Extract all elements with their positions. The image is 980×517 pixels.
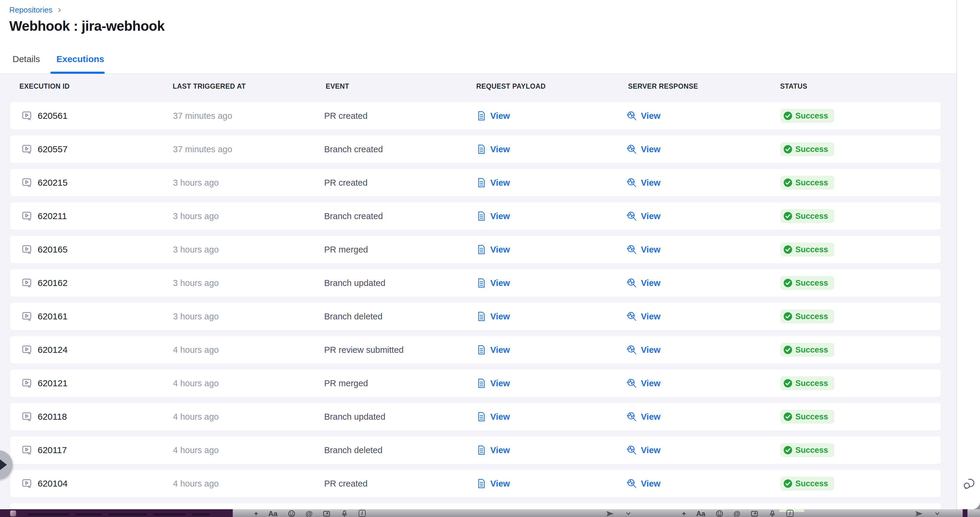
execution-id: 620104 xyxy=(38,479,67,488)
last-triggered-cell: 3 hours ago xyxy=(173,312,219,322)
microphone-icon[interactable] xyxy=(768,510,776,517)
view-server-response-link[interactable]: View xyxy=(641,245,660,255)
text-formatting-icon[interactable]: Aa xyxy=(696,510,705,517)
table-row: 620165 3 hours ago PR merged View xyxy=(10,236,941,263)
server-response-cell[interactable]: View xyxy=(627,278,660,289)
execution-icon xyxy=(22,478,33,489)
breadcrumb-repositories-link[interactable]: Repositories xyxy=(9,5,52,14)
server-response-cell[interactable]: View xyxy=(627,378,660,389)
view-request-payload-link[interactable]: View xyxy=(490,211,510,221)
event-cell: PR created xyxy=(324,479,368,488)
view-server-response-link[interactable]: View xyxy=(641,312,660,322)
text-formatting-icon[interactable]: Aa xyxy=(268,510,278,517)
send-icon[interactable] xyxy=(915,510,923,517)
server-response-cell[interactable]: View xyxy=(627,445,660,455)
event-cell: Branch updated xyxy=(324,412,385,422)
send-icon[interactable] xyxy=(606,510,614,517)
view-request-payload-link[interactable]: View xyxy=(490,412,510,422)
view-request-payload-link[interactable]: View xyxy=(490,144,510,154)
execution-id-cell: 620162 xyxy=(22,277,67,289)
table-row: 620104 4 hours ago PR created View xyxy=(10,469,941,498)
view-request-payload-link[interactable]: View xyxy=(490,345,510,355)
status-badge: Success xyxy=(780,343,834,357)
server-response-cell[interactable]: View xyxy=(627,411,660,422)
column-header: REQUEST PAYLOAD xyxy=(476,82,546,90)
plus-icon[interactable]: + xyxy=(254,510,258,517)
request-payload-cell[interactable]: View xyxy=(476,244,510,255)
view-server-response-link[interactable]: View xyxy=(641,111,660,121)
server-response-cell[interactable]: View xyxy=(627,344,660,355)
avatar xyxy=(10,511,16,516)
table-row-partial xyxy=(10,503,941,509)
view-request-payload-link[interactable]: View xyxy=(490,379,510,389)
background-purple-band xyxy=(963,509,967,517)
plus-icon[interactable]: + xyxy=(682,510,686,517)
execution-id-cell: 620561 xyxy=(22,110,67,122)
last-triggered-cell: 3 hours ago xyxy=(173,245,219,255)
status-badge: Success xyxy=(780,443,834,457)
status-badge: Success xyxy=(780,376,834,390)
microphone-icon[interactable] xyxy=(340,510,348,517)
server-response-cell[interactable]: View xyxy=(627,478,660,489)
feedback-chat-icon[interactable] xyxy=(963,477,976,490)
server-response-cell[interactable]: View xyxy=(627,144,660,155)
mention-icon[interactable]: @ xyxy=(733,510,740,517)
view-request-payload-link[interactable]: View xyxy=(490,178,510,188)
server-response-cell[interactable]: View xyxy=(627,211,660,222)
view-server-response-link[interactable]: View xyxy=(641,144,660,154)
document-icon xyxy=(476,244,487,255)
chevron-down-icon[interactable] xyxy=(933,510,941,517)
status-label: Success xyxy=(795,345,828,355)
server-response-cell[interactable]: View xyxy=(627,311,660,322)
request-payload-cell[interactable]: View xyxy=(476,378,510,389)
request-payload-cell[interactable]: View xyxy=(476,144,510,155)
request-payload-cell[interactable]: View xyxy=(476,411,510,422)
slash-command-icon[interactable]: / xyxy=(786,510,794,517)
request-payload-cell[interactable]: View xyxy=(476,111,510,121)
view-request-payload-link[interactable]: View xyxy=(490,446,510,455)
view-server-response-link[interactable]: View xyxy=(641,345,660,355)
request-payload-cell[interactable]: View xyxy=(476,445,510,455)
chevron-down-icon[interactable] xyxy=(624,510,632,517)
table-row: 620561 37 minutes ago PR created View xyxy=(10,102,941,130)
screen-share-icon[interactable] xyxy=(751,510,758,517)
tab-executions[interactable]: Executions xyxy=(56,54,104,64)
success-check-icon xyxy=(783,212,792,220)
view-request-payload-link[interactable]: View xyxy=(490,111,510,121)
view-server-response-link[interactable]: View xyxy=(641,412,660,422)
request-payload-cell[interactable]: View xyxy=(476,478,510,489)
view-server-response-link[interactable]: View xyxy=(641,211,660,221)
request-payload-cell[interactable]: View xyxy=(476,344,510,355)
request-payload-cell[interactable]: View xyxy=(476,311,510,322)
execution-id-cell: 620161 xyxy=(22,311,67,322)
view-request-payload-link[interactable]: View xyxy=(490,479,510,488)
server-response-cell[interactable]: View xyxy=(627,244,660,255)
status-label: Success xyxy=(795,379,828,388)
request-payload-cell[interactable]: View xyxy=(476,278,510,289)
status-badge: Success xyxy=(780,109,834,123)
status-label: Success xyxy=(795,412,828,422)
view-request-payload-link[interactable]: View xyxy=(490,312,510,322)
view-server-response-link[interactable]: View xyxy=(641,178,660,188)
screen-share-icon[interactable] xyxy=(323,510,331,517)
view-server-response-link[interactable]: View xyxy=(641,278,660,288)
emoji-icon[interactable] xyxy=(288,510,296,517)
request-payload-cell[interactable]: View xyxy=(476,177,510,188)
request-payload-cell[interactable]: View xyxy=(476,211,510,222)
view-server-response-link[interactable]: View xyxy=(641,479,660,488)
tab-details[interactable]: Details xyxy=(13,54,40,64)
view-server-response-link[interactable]: View xyxy=(641,446,660,455)
mention-icon[interactable]: @ xyxy=(305,510,312,517)
server-response-cell[interactable]: View xyxy=(627,177,660,188)
execution-id-cell: 620557 xyxy=(22,144,67,155)
view-server-response-link[interactable]: View xyxy=(641,379,660,389)
view-request-payload-link[interactable]: View xyxy=(490,245,510,255)
document-icon xyxy=(476,211,487,222)
emoji-icon[interactable] xyxy=(716,510,723,517)
status-cell: Success xyxy=(780,443,834,457)
pulse-search-icon xyxy=(627,177,637,188)
status-cell: Success xyxy=(780,143,834,156)
slash-command-icon[interactable]: / xyxy=(358,510,366,517)
view-request-payload-link[interactable]: View xyxy=(490,278,510,288)
server-response-cell[interactable]: View xyxy=(627,111,660,121)
